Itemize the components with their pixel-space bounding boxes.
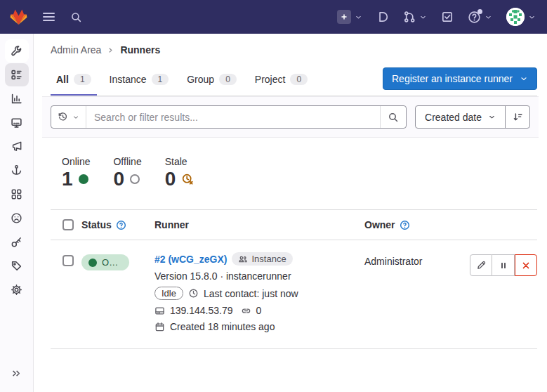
- runner-row: Online #2 (wCG_zeGX) Instance: [51, 240, 537, 349]
- table-header-row: Status Runner Owner: [51, 210, 537, 240]
- stat-stale-value: 0: [165, 168, 176, 190]
- search-icon: [70, 11, 82, 23]
- apps-grid-icon: [11, 188, 22, 200]
- offline-status-icon: [130, 174, 140, 184]
- bar-chart-icon: [11, 93, 22, 105]
- runner-status-badge: Online: [81, 254, 129, 270]
- tab-instance[interactable]: Instance 1: [104, 65, 175, 96]
- help-menu-button[interactable]: [468, 11, 492, 24]
- stat-stale-label: Stale: [165, 156, 195, 167]
- breadcrumb-admin-area[interactable]: Admin Area: [51, 44, 101, 55]
- sidebar-item-settings[interactable]: [5, 278, 29, 301]
- todos-button[interactable]: [441, 11, 454, 23]
- online-status-icon: [79, 174, 88, 184]
- new-menu-button[interactable]: [337, 10, 362, 24]
- gitlab-logo-icon: [10, 8, 27, 25]
- tab-instance-label: Instance: [110, 74, 147, 85]
- column-header-owner: Owner: [364, 219, 395, 230]
- stale-clock-icon: [181, 173, 194, 185]
- row-checkbox[interactable]: [62, 255, 74, 266]
- search-input[interactable]: [86, 106, 380, 128]
- sidebar-item-monitoring[interactable]: [5, 111, 29, 134]
- link-icon: [241, 306, 251, 316]
- runner-summary-cell: #2 (wCG_zeGX) Instance Version 15.8.0 · …: [154, 252, 364, 332]
- stat-online-value: 1: [62, 168, 73, 190]
- overview-icon: [11, 69, 22, 81]
- search-submit-button[interactable]: [380, 106, 406, 128]
- sort-control: Created date: [415, 105, 530, 129]
- sidebar-item-deploy-keys[interactable]: [5, 230, 29, 254]
- runner-created-at: Created 18 minutes ago: [170, 321, 275, 332]
- sort-by-label: Created date: [425, 112, 482, 123]
- user-menu-button[interactable]: [506, 8, 536, 26]
- merge-requests-button[interactable]: [403, 11, 427, 23]
- wrench-icon: [11, 45, 22, 57]
- search-icon: [388, 112, 399, 123]
- tab-instance-count: 1: [152, 74, 169, 85]
- runner-owner-link[interactable]: Administrator: [364, 256, 422, 267]
- stat-offline-label: Offline: [113, 156, 141, 167]
- delete-runner-button[interactable]: [515, 254, 537, 276]
- search-history-dropdown[interactable]: [51, 106, 86, 128]
- owner-help-icon[interactable]: [400, 220, 410, 230]
- main-content: Admin Area Runners All 1 Instance 1: [34, 34, 547, 392]
- sidebar-item-overview[interactable]: [5, 63, 29, 86]
- column-header-status: Status: [81, 219, 112, 230]
- tab-group[interactable]: Group 0: [181, 65, 242, 96]
- sidebar-item-applications[interactable]: [5, 183, 29, 206]
- admin-sidebar: [0, 34, 34, 392]
- gitlab-logo[interactable]: [10, 8, 27, 25]
- runner-tabs: All 1 Instance 1 Group 0 Project 0: [51, 65, 313, 96]
- runner-version-line: Version 15.8.0 · instancerunner: [154, 270, 291, 282]
- pencil-icon: [476, 260, 487, 270]
- sidebar-item-messages[interactable]: [5, 135, 29, 158]
- runner-last-contact: Last contact: just now: [204, 288, 298, 299]
- edit-runner-button[interactable]: [470, 254, 492, 276]
- filtered-search-box: [51, 105, 407, 129]
- merge-request-icon: [403, 11, 416, 23]
- runner-actions: [467, 252, 537, 276]
- select-all-checkbox[interactable]: [62, 219, 74, 230]
- sort-by-dropdown[interactable]: Created date: [416, 106, 505, 128]
- pause-runner-button[interactable]: [492, 254, 515, 276]
- sidebar-item-abuse-reports[interactable]: [5, 207, 29, 230]
- notification-dot: [477, 9, 482, 14]
- double-chevron-right-icon: [11, 368, 22, 379]
- tab-all[interactable]: All 1: [51, 65, 97, 96]
- tab-project-label: Project: [255, 74, 286, 85]
- sidebar-item-analytics[interactable]: [5, 87, 29, 110]
- tab-project-count: 0: [290, 74, 308, 85]
- tab-project[interactable]: Project 0: [249, 65, 313, 96]
- hamburger-menu-button[interactable]: [43, 13, 55, 21]
- runner-link[interactable]: #2 (wCG_zeGX): [154, 254, 227, 265]
- breadcrumb-runners: Runners: [120, 44, 160, 55]
- gitlab-admin-runners-page: Admin Area Runners All 1 Instance 1: [0, 0, 547, 392]
- register-button-label: Register an instance runner: [392, 73, 513, 84]
- stat-online: Online 1: [62, 156, 90, 190]
- issues-button[interactable]: [376, 11, 389, 23]
- sidebar-item-ci-cd[interactable]: [5, 159, 29, 182]
- register-instance-runner-button[interactable]: Register an instance runner: [383, 67, 537, 90]
- labels-icon: [11, 260, 22, 272]
- runner-tabs-row: All 1 Instance 1 Group 0 Project 0: [51, 65, 537, 96]
- sort-direction-button[interactable]: [505, 106, 529, 128]
- sidebar-item-admin-area[interactable]: [5, 39, 29, 63]
- hamburger-menu-icon: [43, 13, 55, 21]
- chevron-down-icon: [419, 13, 427, 21]
- column-header-runner: Runner: [154, 219, 364, 230]
- runner-stats: Online 1 Offline 0 Stale 0: [51, 138, 537, 190]
- runner-idle-badge: Idle: [154, 287, 183, 300]
- navbar-search-button[interactable]: [70, 11, 82, 23]
- key-icon: [11, 236, 22, 248]
- runner-link-count: 0: [256, 305, 262, 316]
- chevron-down-icon: [528, 13, 536, 21]
- sidebar-item-labels[interactable]: [5, 254, 29, 277]
- monitor-icon: [11, 117, 22, 129]
- status-help-icon[interactable]: [116, 220, 126, 230]
- stat-online-label: Online: [62, 156, 90, 167]
- online-dot-icon: [88, 259, 97, 267]
- users-icon: [238, 254, 248, 264]
- stat-offline: Offline 0: [113, 156, 141, 190]
- calendar-icon: [154, 322, 165, 332]
- sidebar-expand-button[interactable]: [5, 362, 29, 385]
